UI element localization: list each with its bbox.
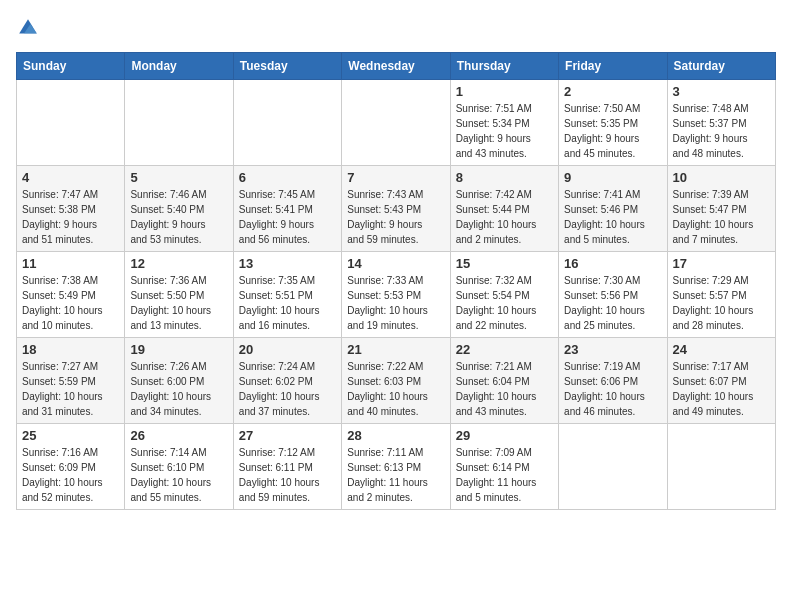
calendar-cell: 27Sunrise: 7:12 AM Sunset: 6:11 PM Dayli… bbox=[233, 424, 341, 510]
calendar-cell bbox=[342, 80, 450, 166]
day-number: 1 bbox=[456, 84, 553, 99]
calendar-cell: 9Sunrise: 7:41 AM Sunset: 5:46 PM Daylig… bbox=[559, 166, 667, 252]
day-number: 8 bbox=[456, 170, 553, 185]
header-sunday: Sunday bbox=[17, 53, 125, 80]
day-info: Sunrise: 7:39 AM Sunset: 5:47 PM Dayligh… bbox=[673, 187, 770, 247]
calendar-cell: 25Sunrise: 7:16 AM Sunset: 6:09 PM Dayli… bbox=[17, 424, 125, 510]
day-info: Sunrise: 7:35 AM Sunset: 5:51 PM Dayligh… bbox=[239, 273, 336, 333]
day-number: 13 bbox=[239, 256, 336, 271]
calendar-cell: 29Sunrise: 7:09 AM Sunset: 6:14 PM Dayli… bbox=[450, 424, 558, 510]
calendar-cell: 5Sunrise: 7:46 AM Sunset: 5:40 PM Daylig… bbox=[125, 166, 233, 252]
day-number: 6 bbox=[239, 170, 336, 185]
day-info: Sunrise: 7:09 AM Sunset: 6:14 PM Dayligh… bbox=[456, 445, 553, 505]
day-number: 16 bbox=[564, 256, 661, 271]
day-info: Sunrise: 7:30 AM Sunset: 5:56 PM Dayligh… bbox=[564, 273, 661, 333]
day-info: Sunrise: 7:33 AM Sunset: 5:53 PM Dayligh… bbox=[347, 273, 444, 333]
day-info: Sunrise: 7:50 AM Sunset: 5:35 PM Dayligh… bbox=[564, 101, 661, 161]
day-number: 15 bbox=[456, 256, 553, 271]
calendar-cell bbox=[233, 80, 341, 166]
logo-icon bbox=[16, 16, 40, 40]
calendar-cell bbox=[17, 80, 125, 166]
day-number: 9 bbox=[564, 170, 661, 185]
day-number: 11 bbox=[22, 256, 119, 271]
calendar-cell: 11Sunrise: 7:38 AM Sunset: 5:49 PM Dayli… bbox=[17, 252, 125, 338]
day-number: 12 bbox=[130, 256, 227, 271]
day-number: 7 bbox=[347, 170, 444, 185]
day-number: 23 bbox=[564, 342, 661, 357]
header-friday: Friday bbox=[559, 53, 667, 80]
calendar-cell: 7Sunrise: 7:43 AM Sunset: 5:43 PM Daylig… bbox=[342, 166, 450, 252]
day-info: Sunrise: 7:42 AM Sunset: 5:44 PM Dayligh… bbox=[456, 187, 553, 247]
day-number: 21 bbox=[347, 342, 444, 357]
calendar-table: SundayMondayTuesdayWednesdayThursdayFrid… bbox=[16, 52, 776, 510]
day-info: Sunrise: 7:16 AM Sunset: 6:09 PM Dayligh… bbox=[22, 445, 119, 505]
calendar-cell: 16Sunrise: 7:30 AM Sunset: 5:56 PM Dayli… bbox=[559, 252, 667, 338]
day-number: 2 bbox=[564, 84, 661, 99]
header-wednesday: Wednesday bbox=[342, 53, 450, 80]
day-number: 22 bbox=[456, 342, 553, 357]
day-info: Sunrise: 7:48 AM Sunset: 5:37 PM Dayligh… bbox=[673, 101, 770, 161]
calendar-cell: 23Sunrise: 7:19 AM Sunset: 6:06 PM Dayli… bbox=[559, 338, 667, 424]
day-info: Sunrise: 7:14 AM Sunset: 6:10 PM Dayligh… bbox=[130, 445, 227, 505]
calendar-header-row: SundayMondayTuesdayWednesdayThursdayFrid… bbox=[17, 53, 776, 80]
calendar-cell: 28Sunrise: 7:11 AM Sunset: 6:13 PM Dayli… bbox=[342, 424, 450, 510]
day-info: Sunrise: 7:51 AM Sunset: 5:34 PM Dayligh… bbox=[456, 101, 553, 161]
day-info: Sunrise: 7:36 AM Sunset: 5:50 PM Dayligh… bbox=[130, 273, 227, 333]
day-info: Sunrise: 7:45 AM Sunset: 5:41 PM Dayligh… bbox=[239, 187, 336, 247]
day-info: Sunrise: 7:47 AM Sunset: 5:38 PM Dayligh… bbox=[22, 187, 119, 247]
calendar-cell: 22Sunrise: 7:21 AM Sunset: 6:04 PM Dayli… bbox=[450, 338, 558, 424]
calendar-cell: 1Sunrise: 7:51 AM Sunset: 5:34 PM Daylig… bbox=[450, 80, 558, 166]
day-number: 28 bbox=[347, 428, 444, 443]
calendar-week-row: 18Sunrise: 7:27 AM Sunset: 5:59 PM Dayli… bbox=[17, 338, 776, 424]
day-info: Sunrise: 7:38 AM Sunset: 5:49 PM Dayligh… bbox=[22, 273, 119, 333]
day-info: Sunrise: 7:21 AM Sunset: 6:04 PM Dayligh… bbox=[456, 359, 553, 419]
logo bbox=[16, 16, 44, 40]
day-number: 25 bbox=[22, 428, 119, 443]
calendar-week-row: 11Sunrise: 7:38 AM Sunset: 5:49 PM Dayli… bbox=[17, 252, 776, 338]
day-info: Sunrise: 7:17 AM Sunset: 6:07 PM Dayligh… bbox=[673, 359, 770, 419]
day-number: 24 bbox=[673, 342, 770, 357]
calendar-cell: 15Sunrise: 7:32 AM Sunset: 5:54 PM Dayli… bbox=[450, 252, 558, 338]
calendar-cell: 18Sunrise: 7:27 AM Sunset: 5:59 PM Dayli… bbox=[17, 338, 125, 424]
day-number: 27 bbox=[239, 428, 336, 443]
page-header bbox=[16, 16, 776, 40]
day-number: 18 bbox=[22, 342, 119, 357]
day-number: 26 bbox=[130, 428, 227, 443]
calendar-cell bbox=[559, 424, 667, 510]
calendar-cell: 19Sunrise: 7:26 AM Sunset: 6:00 PM Dayli… bbox=[125, 338, 233, 424]
day-info: Sunrise: 7:24 AM Sunset: 6:02 PM Dayligh… bbox=[239, 359, 336, 419]
calendar-cell: 21Sunrise: 7:22 AM Sunset: 6:03 PM Dayli… bbox=[342, 338, 450, 424]
calendar-week-row: 1Sunrise: 7:51 AM Sunset: 5:34 PM Daylig… bbox=[17, 80, 776, 166]
day-number: 14 bbox=[347, 256, 444, 271]
day-info: Sunrise: 7:27 AM Sunset: 5:59 PM Dayligh… bbox=[22, 359, 119, 419]
day-number: 3 bbox=[673, 84, 770, 99]
day-info: Sunrise: 7:19 AM Sunset: 6:06 PM Dayligh… bbox=[564, 359, 661, 419]
day-number: 29 bbox=[456, 428, 553, 443]
calendar-cell: 20Sunrise: 7:24 AM Sunset: 6:02 PM Dayli… bbox=[233, 338, 341, 424]
calendar-cell: 6Sunrise: 7:45 AM Sunset: 5:41 PM Daylig… bbox=[233, 166, 341, 252]
day-info: Sunrise: 7:43 AM Sunset: 5:43 PM Dayligh… bbox=[347, 187, 444, 247]
day-info: Sunrise: 7:41 AM Sunset: 5:46 PM Dayligh… bbox=[564, 187, 661, 247]
day-info: Sunrise: 7:26 AM Sunset: 6:00 PM Dayligh… bbox=[130, 359, 227, 419]
calendar-cell: 12Sunrise: 7:36 AM Sunset: 5:50 PM Dayli… bbox=[125, 252, 233, 338]
day-info: Sunrise: 7:29 AM Sunset: 5:57 PM Dayligh… bbox=[673, 273, 770, 333]
header-monday: Monday bbox=[125, 53, 233, 80]
header-saturday: Saturday bbox=[667, 53, 775, 80]
day-info: Sunrise: 7:22 AM Sunset: 6:03 PM Dayligh… bbox=[347, 359, 444, 419]
day-number: 10 bbox=[673, 170, 770, 185]
day-info: Sunrise: 7:11 AM Sunset: 6:13 PM Dayligh… bbox=[347, 445, 444, 505]
day-number: 17 bbox=[673, 256, 770, 271]
calendar-cell: 13Sunrise: 7:35 AM Sunset: 5:51 PM Dayli… bbox=[233, 252, 341, 338]
calendar-cell: 10Sunrise: 7:39 AM Sunset: 5:47 PM Dayli… bbox=[667, 166, 775, 252]
calendar-cell: 4Sunrise: 7:47 AM Sunset: 5:38 PM Daylig… bbox=[17, 166, 125, 252]
calendar-cell: 14Sunrise: 7:33 AM Sunset: 5:53 PM Dayli… bbox=[342, 252, 450, 338]
calendar-cell bbox=[125, 80, 233, 166]
calendar-cell bbox=[667, 424, 775, 510]
calendar-cell: 3Sunrise: 7:48 AM Sunset: 5:37 PM Daylig… bbox=[667, 80, 775, 166]
day-info: Sunrise: 7:46 AM Sunset: 5:40 PM Dayligh… bbox=[130, 187, 227, 247]
calendar-cell: 2Sunrise: 7:50 AM Sunset: 5:35 PM Daylig… bbox=[559, 80, 667, 166]
calendar-week-row: 4Sunrise: 7:47 AM Sunset: 5:38 PM Daylig… bbox=[17, 166, 776, 252]
header-thursday: Thursday bbox=[450, 53, 558, 80]
calendar-cell: 8Sunrise: 7:42 AM Sunset: 5:44 PM Daylig… bbox=[450, 166, 558, 252]
day-info: Sunrise: 7:12 AM Sunset: 6:11 PM Dayligh… bbox=[239, 445, 336, 505]
